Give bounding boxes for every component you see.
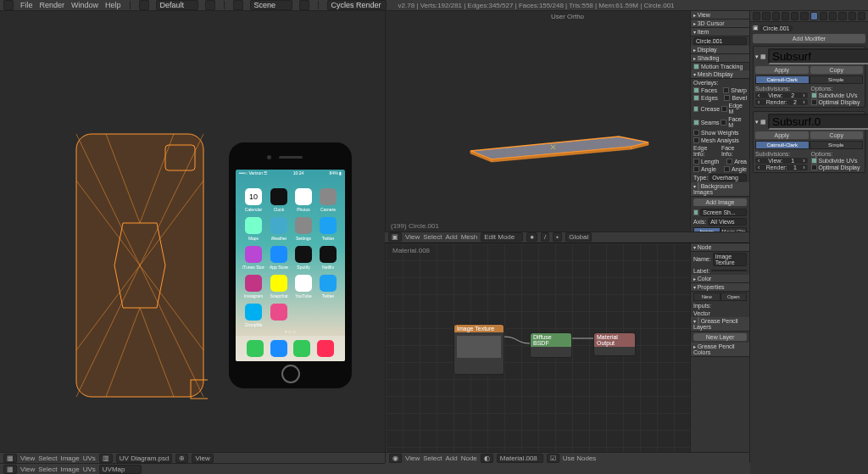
subdivide-uvs-checkbox[interactable]: [811, 158, 817, 164]
render-field[interactable]: ‹ Render:2 ›: [755, 99, 808, 105]
node-label-field[interactable]: [711, 270, 747, 271]
length-cb[interactable]: [693, 159, 699, 165]
new-layer-button[interactable]: New Layer: [693, 333, 747, 341]
add-scene-icon[interactable]: [299, 0, 309, 10]
area-cb[interactable]: [726, 159, 732, 165]
angle-cb[interactable]: [693, 166, 699, 172]
movie-toggle[interactable]: Movie Clip: [721, 227, 748, 231]
select-mode-edge-icon[interactable]: /: [541, 232, 549, 242]
node-editor[interactable]: Material.008 Image Texture Diffuse BSDF …: [386, 243, 749, 453]
item-name-field[interactable]: [693, 37, 747, 45]
uv-image-editor[interactable]: ••••○ Verizon ☰ 10:24 84% ▮ 10CalendarCl…: [0, 11, 385, 452]
overlay-checkbox[interactable]: [693, 106, 698, 112]
tab-render-layers-icon[interactable]: [762, 12, 770, 20]
section-properties[interactable]: Properties: [691, 283, 749, 292]
section-color[interactable]: Color: [691, 275, 749, 283]
catmull-tab[interactable]: Catmull-Clark: [755, 75, 810, 84]
tab-modifiers-icon[interactable]: [810, 12, 818, 20]
pin-icon[interactable]: ⊕: [175, 454, 188, 463]
scene-dropdown[interactable]: Scene: [250, 0, 292, 10]
editor-type-icon[interactable]: ▦: [3, 465, 17, 474]
overlay-checkbox[interactable]: [693, 95, 699, 101]
tab-scene-icon[interactable]: [772, 12, 780, 20]
render-engine-dropdown[interactable]: Cycles Render: [327, 0, 387, 10]
subdivide-uvs-checkbox[interactable]: [811, 92, 817, 98]
angle2-cb[interactable]: [724, 166, 730, 172]
collapse-icon[interactable]: ▾: [755, 119, 759, 125]
node-material-output[interactable]: Material Output: [593, 332, 636, 356]
info-editor-icon[interactable]: [3, 0, 14, 10]
menu-file[interactable]: File: [20, 1, 33, 9]
motion-tracking-checkbox[interactable]: [693, 64, 699, 70]
bg-name-field[interactable]: Screen Sh...: [700, 209, 747, 216]
overlay-checkbox[interactable]: [693, 120, 699, 125]
menu-render[interactable]: Render: [40, 1, 65, 9]
menu-view[interactable]: View: [405, 233, 420, 241]
overlay-checkbox[interactable]: [723, 87, 729, 93]
overlay-checkbox[interactable]: [721, 106, 726, 112]
editor-type-icon[interactable]: ▣: [388, 232, 402, 242]
tree-type-icon[interactable]: ◐: [481, 454, 493, 463]
tab-particles-icon[interactable]: [849, 12, 856, 20]
mode-dropdown[interactable]: Edit Mode: [481, 232, 523, 242]
show-weights-checkbox[interactable]: [693, 130, 699, 136]
orientation-dropdown[interactable]: Global: [565, 232, 592, 242]
tab-data-icon[interactable]: [820, 12, 827, 20]
menu-node[interactable]: Node: [461, 454, 477, 462]
material-field[interactable]: Material.008: [497, 454, 543, 463]
tab-material-icon[interactable]: [829, 12, 837, 20]
copy-button[interactable]: Copy: [810, 131, 864, 139]
section-view[interactable]: View: [691, 11, 749, 20]
layout-dropdown[interactable]: Default: [156, 0, 198, 10]
node-image-texture[interactable]: Image Texture: [453, 324, 504, 375]
back-icon[interactable]: [139, 0, 149, 10]
catmull-tab[interactable]: Catmull-Clark: [755, 141, 810, 149]
section-background-images[interactable]: Background Images: [691, 182, 749, 197]
section-node[interactable]: Node: [691, 243, 749, 252]
section-shading[interactable]: Shading: [691, 54, 749, 63]
menu-add[interactable]: Add: [445, 454, 457, 462]
uv-menu-select[interactable]: Select: [38, 454, 57, 462]
node-name-field[interactable]: Image Texture: [713, 253, 747, 266]
section-gp-colors[interactable]: Grease Pencil Colors: [691, 343, 749, 357]
select-mode-vertex-icon[interactable]: ●: [526, 232, 537, 242]
tab-object-icon[interactable]: [791, 12, 798, 20]
use-nodes-checkbox[interactable]: ☑: [547, 454, 559, 463]
open-button[interactable]: Open: [721, 293, 748, 301]
menu-select[interactable]: Select: [423, 233, 442, 241]
node-bsdf[interactable]: Diffuse BSDF: [530, 332, 572, 358]
tab-texture-icon[interactable]: [838, 12, 846, 20]
image-name-field[interactable]: UV Diagram.psd: [116, 454, 173, 463]
modifier-name-field[interactable]: [768, 48, 868, 64]
menu-view[interactable]: View: [405, 454, 420, 462]
overlay-checkbox[interactable]: [724, 95, 730, 101]
uv-menu-view[interactable]: View: [20, 454, 35, 462]
menu-view[interactable]: View: [20, 466, 35, 473]
collapse-icon[interactable]: ▾: [755, 53, 759, 60]
menu-select[interactable]: Select: [423, 454, 442, 462]
3d-viewport[interactable]: User Ortho (199) Circle.001 View 3D Curs…: [385, 11, 749, 231]
copy-button[interactable]: Copy: [810, 66, 864, 74]
add-layout-icon[interactable]: [205, 0, 215, 10]
menu-image[interactable]: Image: [60, 466, 79, 473]
image-name-field[interactable]: UVMap: [99, 465, 142, 474]
optimal-display-checkbox[interactable]: [811, 165, 817, 170]
simple-tab[interactable]: Simple: [810, 75, 864, 84]
editor-type-icon[interactable]: ▦: [3, 454, 17, 463]
image-toggle[interactable]: Image: [693, 227, 721, 231]
view-field[interactable]: ‹ View:1 ›: [755, 158, 808, 164]
tab-render-icon[interactable]: [753, 12, 760, 20]
select-mode-face-icon[interactable]: ▪: [553, 232, 562, 242]
tab-constraints-icon[interactable]: [800, 12, 808, 20]
section-display[interactable]: Display: [691, 46, 749, 54]
mode-dropdown[interactable]: View: [192, 454, 213, 463]
overlay-checkbox[interactable]: [721, 120, 726, 125]
optimal-display-checkbox[interactable]: [811, 99, 817, 105]
new-button[interactable]: New: [693, 293, 721, 301]
menu-add[interactable]: Add: [445, 233, 457, 241]
menu-select[interactable]: Select: [38, 466, 57, 473]
tab-physics-icon[interactable]: [858, 12, 865, 20]
uv-menu-image[interactable]: Image: [60, 454, 79, 462]
menu-help[interactable]: Help: [105, 1, 121, 9]
view-field[interactable]: ‹ View:2 ›: [755, 92, 808, 98]
